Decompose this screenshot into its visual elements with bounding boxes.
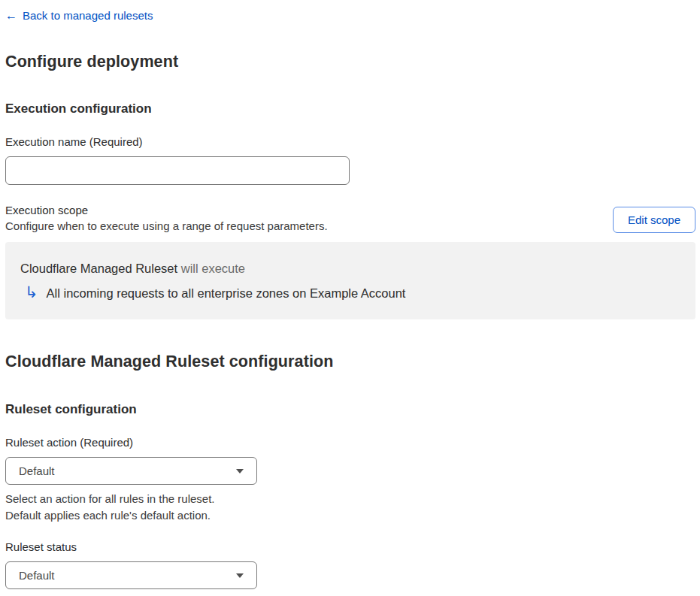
configure-deployment-page: ← Back to managed rulesets Configure dep…	[0, 0, 700, 596]
ruleset-action-label: Ruleset action (Required)	[5, 435, 695, 450]
back-link[interactable]: ← Back to managed rulesets	[5, 9, 153, 23]
ruleset-status-select[interactable]: Default	[5, 561, 257, 589]
page-title: Configure deployment	[5, 53, 695, 71]
execution-scope-text: Execution scope Configure when to execut…	[5, 202, 328, 234]
execution-name-label: Execution name (Required)	[5, 135, 695, 150]
chevron-down-icon	[236, 469, 244, 473]
ruleset-configuration-heading: Cloudflare Managed Ruleset configuration	[5, 352, 695, 371]
ruleset-action-help-2: Default applies each rule's default acti…	[5, 507, 695, 524]
edit-scope-button[interactable]: Edit scope	[613, 207, 695, 233]
branch-arrow-icon: ↳	[20, 284, 38, 300]
scope-summary-heading: Cloudflare Managed Ruleset will execute	[20, 261, 680, 277]
execution-name-input[interactable]	[5, 156, 350, 185]
back-link-label: Back to managed rulesets	[23, 9, 153, 23]
execution-scope-description: Configure when to execute using a range …	[5, 218, 328, 234]
back-arrow-icon: ←	[5, 10, 17, 22]
scope-summary-box: Cloudflare Managed Ruleset will execute …	[5, 242, 695, 319]
scope-summary-ruleset-name: Cloudflare Managed Ruleset	[20, 262, 177, 275]
ruleset-action-select[interactable]: Default	[5, 457, 257, 485]
scope-summary-text: All incoming requests to all enterprise …	[47, 286, 406, 301]
ruleset-status-selected-value: Default	[19, 569, 55, 582]
ruleset-action-help-1: Select an action for all rules in the ru…	[5, 491, 695, 507]
chevron-down-icon	[236, 573, 244, 578]
execution-configuration-heading: Execution configuration	[5, 101, 695, 116]
execution-scope-label: Execution scope	[5, 202, 328, 218]
execution-scope-row: Execution scope Configure when to execut…	[5, 202, 695, 234]
scope-summary-detail: ↳ All incoming requests to all enterpris…	[20, 286, 680, 301]
scope-summary-will-execute: will execute	[181, 262, 245, 275]
ruleset-status-label: Ruleset status	[5, 540, 695, 555]
ruleset-configuration-subheading: Ruleset configuration	[5, 402, 695, 417]
ruleset-action-selected-value: Default	[19, 464, 55, 477]
